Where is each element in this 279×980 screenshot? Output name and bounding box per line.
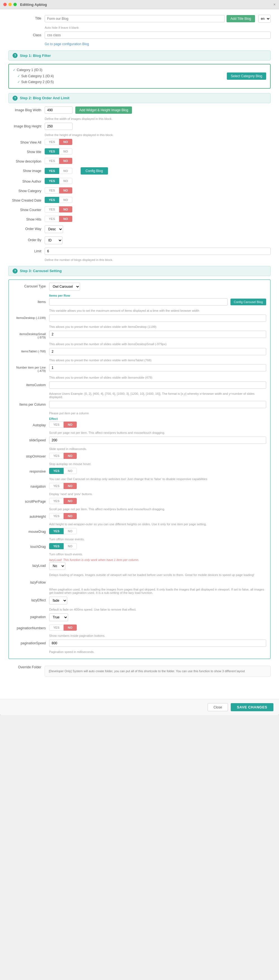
show-hits-yes[interactable]: YES xyxy=(45,216,59,222)
scroll-per-page-yes[interactable]: YES xyxy=(49,498,64,504)
add-widget-button[interactable]: Add Widget & Height Image Blog xyxy=(75,107,132,114)
image-height-input[interactable] xyxy=(45,123,73,130)
pagination-numbers-no[interactable]: NO xyxy=(64,625,77,631)
touch-drag-toggle: YES NO xyxy=(49,543,77,549)
autoplay-no[interactable]: NO xyxy=(64,422,77,428)
items-tablet-input[interactable] xyxy=(49,348,266,355)
items-custom-input[interactable] xyxy=(49,382,266,389)
auto-height-toggle: YES NO xyxy=(49,513,77,519)
items-input[interactable] xyxy=(49,298,228,305)
pagination-speed-input[interactable] xyxy=(49,640,266,647)
minimize-dot[interactable] xyxy=(8,3,12,6)
items-tablet-row: itemsTablet (-768) xyxy=(13,348,266,355)
pagination-numbers-yes[interactable]: YES xyxy=(49,625,64,631)
show-image-yes[interactable]: YES xyxy=(45,168,59,174)
items-per-column-input[interactable] xyxy=(49,401,266,408)
carousel-type-select[interactable]: Owl Carousel xyxy=(49,283,80,291)
show-image-group: YES NO Config Blog xyxy=(45,167,271,175)
pagination-select[interactable]: True False xyxy=(49,613,68,621)
close-dot[interactable] xyxy=(3,3,7,6)
slide-speed-input[interactable] xyxy=(49,437,266,444)
step2-header: ? Step 2: Blog Order And Limit xyxy=(8,93,271,103)
number-item-per-line-label: Number item per Line (-479) xyxy=(13,364,49,372)
slide-speed-hint: Slide speed in milliseconds. xyxy=(49,447,266,450)
show-counter-no[interactable]: NO xyxy=(59,206,72,212)
config-link[interactable]: Go to page configuration Blog xyxy=(45,42,89,46)
show-hits-no[interactable]: NO xyxy=(59,216,72,222)
responsive-label: responsive xyxy=(13,468,49,473)
auto-height-yes[interactable]: YES xyxy=(49,513,64,519)
language-select[interactable]: en xyxy=(258,15,271,22)
close-icon[interactable]: × xyxy=(273,2,276,7)
show-created-date-yes[interactable]: YES xyxy=(45,197,59,203)
responsive-toggle: YES NO xyxy=(49,468,77,474)
show-description-yes[interactable]: YES xyxy=(45,158,59,164)
image-width-label: Image Blog Width xyxy=(8,107,45,112)
show-title-no[interactable]: NO xyxy=(59,148,72,154)
show-view-all-yes[interactable]: YES xyxy=(45,139,59,145)
show-category-yes[interactable]: YES xyxy=(45,187,59,194)
stop-on-hover-no[interactable]: NO xyxy=(64,453,77,459)
order-way-select[interactable]: Desc Asc xyxy=(45,225,63,233)
subcat1-item: ✓ Sub Category 1 (ID:4) xyxy=(13,73,54,80)
maximize-dot[interactable] xyxy=(13,3,17,6)
step3-title: Step 3: Carousel Setting xyxy=(20,269,62,273)
scroll-per-page-label: scrollPerPage xyxy=(13,498,49,504)
image-width-input[interactable] xyxy=(45,107,73,114)
items-desktop-hint: This allows you to preset the number of … xyxy=(49,325,266,328)
show-view-all-no[interactable]: NO xyxy=(59,139,72,145)
mouse-drag-yes[interactable]: YES xyxy=(49,528,64,534)
lazy-effect-select[interactable]: fade none xyxy=(49,597,67,605)
show-category-no[interactable]: NO xyxy=(59,187,72,194)
save-changes-button[interactable]: SAVE CHANGES xyxy=(231,703,273,711)
show-description-label: Show description xyxy=(8,158,45,163)
order-by-select[interactable]: ID Date Title xyxy=(45,236,62,244)
limit-hint: Define the number of blogs displayed in … xyxy=(45,258,271,261)
items-desktop-small-input[interactable] xyxy=(49,331,266,338)
add-title-button[interactable]: Add Title Blog xyxy=(226,15,255,22)
window-controls xyxy=(3,3,17,6)
touch-drag-label: touchDrag xyxy=(13,543,49,549)
show-title-toggle: YES NO xyxy=(45,148,72,154)
navigation-no[interactable]: NO xyxy=(64,483,77,489)
show-hits-toggle: YES NO xyxy=(45,216,72,222)
show-author-no[interactable]: NO xyxy=(59,178,72,184)
limit-input[interactable] xyxy=(45,248,271,255)
responsive-yes[interactable]: YES xyxy=(49,468,64,474)
carousel-inner-box: Carousel Type Owl Carousel Items per Row… xyxy=(8,279,271,659)
responsive-hint: You can use Owl Carousel on desktop only… xyxy=(49,477,266,480)
stop-on-hover-yes[interactable]: YES xyxy=(49,453,64,459)
navigation-yes[interactable]: YES xyxy=(49,483,64,489)
scroll-per-page-no[interactable]: NO xyxy=(64,498,77,504)
pagination-numbers-row: paginationNumbers YES NO xyxy=(13,625,266,631)
close-button[interactable]: Close xyxy=(207,703,228,711)
title-input[interactable] xyxy=(45,15,225,22)
items-per-column-row: Items per Column xyxy=(13,401,266,408)
config-carousel-button[interactable]: Config Carousel Blog xyxy=(230,299,266,305)
show-title-yes[interactable]: YES xyxy=(45,148,59,154)
mouse-drag-no[interactable]: NO xyxy=(64,528,77,534)
show-counter-yes[interactable]: YES xyxy=(45,206,59,212)
config-blog-button[interactable]: Config Blog xyxy=(81,167,108,175)
touch-drag-no[interactable]: NO xyxy=(64,543,77,549)
show-author-yes[interactable]: YES xyxy=(45,178,59,184)
lazy-load-select[interactable]: No Yes xyxy=(49,562,65,570)
lazy-effect-hint: Default is fade on 400ms speed. Use fals… xyxy=(49,608,266,611)
show-description-no[interactable]: NO xyxy=(59,158,72,164)
responsive-no[interactable]: NO xyxy=(64,468,77,474)
order-way-label: Order Way xyxy=(8,225,45,231)
autoplay-yes[interactable]: YES xyxy=(49,422,64,428)
image-width-row: Image Blog Width Add Widget & Height Ima… xyxy=(8,107,271,114)
number-item-per-line-input[interactable] xyxy=(49,364,266,371)
class-row: Class xyxy=(8,32,271,39)
limit-row: Limit xyxy=(8,248,271,255)
show-created-date-no[interactable]: NO xyxy=(59,197,72,203)
items-desktop-input[interactable] xyxy=(49,315,266,322)
show-image-no[interactable]: NO xyxy=(59,168,72,174)
step1-icon: ? xyxy=(13,53,18,58)
class-input[interactable] xyxy=(45,32,271,39)
select-category-button[interactable]: Select Category Blog xyxy=(227,73,266,80)
number-item-per-line-hint: This allows you to preset the number of … xyxy=(49,376,266,379)
auto-height-no[interactable]: NO xyxy=(64,513,77,519)
touch-drag-yes[interactable]: YES xyxy=(49,543,64,549)
